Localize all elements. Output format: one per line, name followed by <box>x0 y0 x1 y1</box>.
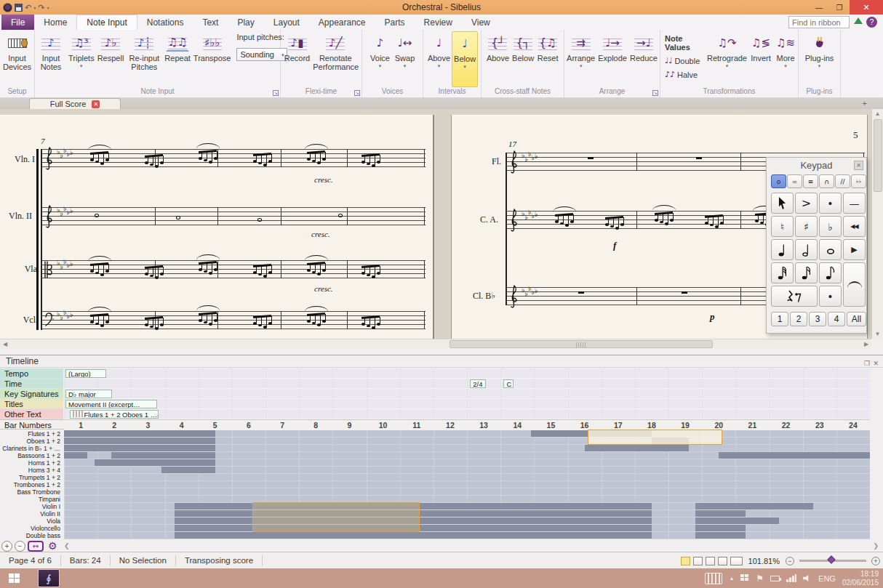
timeline-lane[interactable] <box>64 496 870 503</box>
timeline-segment[interactable] <box>695 510 746 517</box>
tempo-markings-header[interactable]: Tempo Markings ▼ <box>0 368 63 379</box>
timeline-instrument-label[interactable]: Double bass <box>0 532 63 539</box>
view-mode-icon[interactable] <box>693 557 703 565</box>
keypad-voice-3-button[interactable]: 3 <box>809 312 826 326</box>
timeline-lane[interactable] <box>64 474 870 481</box>
timeline-segment[interactable] <box>719 452 870 459</box>
repeat-button[interactable]: ♫♫ Repeat <box>163 31 191 87</box>
keypad-tab-accidentals[interactable]: ♭♭ <box>851 174 866 188</box>
chevron-right-icon[interactable]: ❯ <box>873 542 879 549</box>
timeline-lane[interactable] <box>64 510 870 517</box>
reinput-pitches-button[interactable]: ♪┊ Re-input Pitches <box>125 31 163 87</box>
scroll-up-icon[interactable]: ▲ <box>872 109 883 118</box>
tab-play[interactable]: Play <box>228 15 263 30</box>
staff-viola[interactable]: ♭♭♭♭♭ <box>42 260 425 278</box>
close-tab-icon[interactable]: ✕ <box>92 100 100 108</box>
start-button[interactable] <box>0 568 28 588</box>
double-note-values-button[interactable]: ♩♩Double <box>665 56 703 65</box>
cross-staff-above-button[interactable]: {┘ Above <box>485 31 511 87</box>
keypad-tab-jazz[interactable]: // <box>835 174 850 188</box>
keypad-voice-4-button[interactable]: 4 <box>828 312 845 326</box>
tab-file[interactable]: File <box>1 15 34 30</box>
timeline-lane[interactable] <box>64 438 870 445</box>
view-mode-icon[interactable] <box>718 557 727 565</box>
keypad-16th-note-button[interactable] <box>795 262 818 283</box>
zoom-slider-thumb[interactable] <box>827 555 835 563</box>
keypad-select-cursor-button[interactable] <box>771 193 794 214</box>
touch-keyboard-icon[interactable] <box>705 573 722 584</box>
time-signatures-header[interactable]: Time Signatures <box>0 379 63 389</box>
timeline-segment[interactable] <box>64 430 215 437</box>
tab-layout[interactable]: Layout <box>264 15 309 30</box>
timeline-segment[interactable] <box>64 445 215 451</box>
timeline-segment[interactable] <box>161 467 215 473</box>
tab-text[interactable]: Text <box>193 15 228 30</box>
plug-ins-button[interactable]: Plug-ins ▾ <box>804 31 836 87</box>
timeline-lane[interactable] <box>64 503 870 510</box>
voice-button[interactable]: ♪ Voice ▾ <box>368 31 393 87</box>
timeline-chip[interactable]: (Largo) <box>65 369 106 378</box>
timeline-segment[interactable] <box>695 517 779 524</box>
staff-violin1[interactable]: ♭♭♭♭♭ <box>42 149 425 167</box>
keypad-quarter-note-button[interactable] <box>771 239 794 260</box>
input-devices-button[interactable]: Input Devices <box>0 31 34 87</box>
zoom-slider[interactable] <box>799 560 866 562</box>
timeline-lane[interactable] <box>64 452 870 459</box>
keypad-voice-all-button[interactable]: All <box>847 312 866 326</box>
timeline-lane[interactable] <box>64 488 870 496</box>
vertical-scrollbar[interactable]: ▲ ▼ <box>871 109 883 339</box>
keypad-tab-beams-tremolos[interactable]: ≡ <box>803 174 818 188</box>
keypad-play-button[interactable]: ▶ <box>843 239 866 260</box>
respell-button[interactable]: ♪♭ Respell <box>96 31 126 87</box>
windows-update-icon[interactable] <box>740 574 749 582</box>
timeline-zoom-out-button[interactable]: − <box>15 541 25 552</box>
scrollbar-thumb[interactable] <box>450 340 713 348</box>
timeline-chip[interactable]: Flutes 1 + 2 Oboes 1 …41… <box>70 410 159 419</box>
triplets-button[interactable]: ♫³ Triplets ▾ <box>67 31 96 87</box>
timeline-selection[interactable] <box>588 430 722 445</box>
timeline-chip[interactable]: D♭ major <box>65 390 112 398</box>
collapse-ribbon-icon[interactable] <box>854 17 863 24</box>
dialog-launcher-icon[interactable]: ↘ <box>652 90 658 96</box>
dialog-launcher-icon[interactable]: ↘ <box>273 90 279 96</box>
timeline-fit-width-button[interactable]: ↔ <box>28 541 44 552</box>
timeline-instrument-label[interactable]: Clarinets in B♭ 1 + … <box>0 445 63 452</box>
timeline-segment[interactable] <box>695 532 746 539</box>
close-button[interactable]: ✕ <box>850 0 883 15</box>
help-icon[interactable]: ? <box>866 17 877 28</box>
keypad-tie-button[interactable] <box>843 262 866 307</box>
keypad-rhythm-dot-button[interactable]: • <box>819 286 842 307</box>
cross-staff-below-button[interactable]: {┐ Below <box>511 31 535 87</box>
keypad-tab-more-notes[interactable]: = <box>787 174 802 188</box>
timeline-instrument-label[interactable]: Bass Trombone <box>0 488 63 496</box>
staff-violin2[interactable]: ♭♭♭♭♭ <box>42 207 425 225</box>
tab-notations[interactable]: Notations <box>137 15 193 30</box>
tab-parts[interactable]: Parts <box>375 15 415 30</box>
timeline-options-gear-icon[interactable]: ⚙ <box>48 540 57 552</box>
zoom-in-button[interactable]: + <box>871 557 880 565</box>
record-button[interactable]: ♪▮ Record <box>283 31 311 87</box>
timeline-segment[interactable] <box>64 438 215 444</box>
key-signatures-header[interactable]: Key Signatures <box>0 389 63 399</box>
keypad-flat-button[interactable]: ♭ <box>819 216 842 237</box>
keypad-voice-1-button[interactable]: 1 <box>771 312 788 326</box>
close-panel-icon[interactable]: ✕ <box>873 358 879 370</box>
action-center-flag-icon[interactable]: ⚑ <box>756 573 764 584</box>
tab-review[interactable]: Review <box>415 15 462 30</box>
chevron-left-icon[interactable]: ❮ <box>64 542 70 549</box>
retrograde-button[interactable]: ♫↷ Retrograde ▾ <box>706 31 748 87</box>
timeline-segment[interactable] <box>95 459 215 466</box>
timeline-chip[interactable]: 2/4 <box>470 379 486 388</box>
timeline-chip[interactable]: Movement II (excerpt… <box>65 400 157 408</box>
timeline-chip[interactable]: C <box>503 379 514 388</box>
timeline-instrument-label[interactable]: Violin I <box>0 503 63 510</box>
timeline-lane[interactable] <box>64 459 870 467</box>
keypad-sharp-button[interactable]: ♯ <box>795 216 818 237</box>
show-hidden-icons-icon[interactable]: ▲ <box>729 576 734 581</box>
keypad-staccato-button[interactable]: • <box>819 193 842 214</box>
zoom-out-button[interactable]: − <box>786 557 794 565</box>
timeline-lane[interactable] <box>64 525 870 532</box>
timeline-instrument-label[interactable]: Timpani <box>0 496 63 503</box>
language-indicator[interactable]: ENG <box>818 574 836 583</box>
keypad-rest-button[interactable] <box>771 286 818 307</box>
